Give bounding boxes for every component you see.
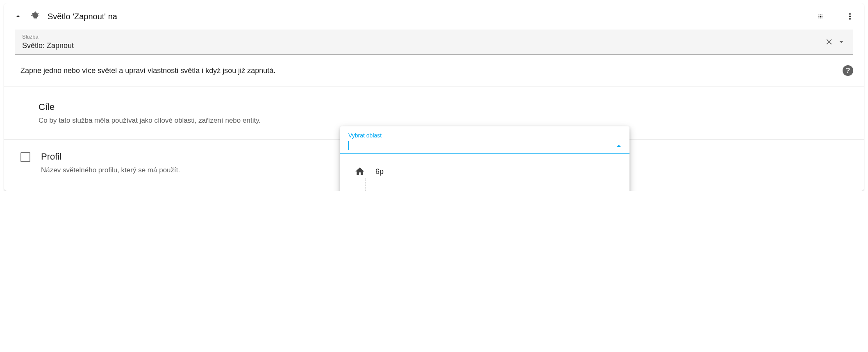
area-list: 6p Obývák Pracovna (340, 154, 629, 191)
service-value: Světlo: Zapnout (22, 41, 821, 50)
overflow-menu-icon[interactable] (845, 11, 855, 21)
collapse-icon[interactable] (13, 11, 23, 21)
service-selector[interactable]: Služba Světlo: Zapnout (15, 30, 853, 55)
targets-title: Cíle (39, 102, 334, 112)
area-item-label: 6p (375, 167, 384, 176)
card-header: Světlo 'Zapnout' na (4, 3, 864, 30)
collapse-dropdown-icon[interactable] (616, 145, 621, 147)
description-row: Zapne jedno nebo více světel a upraví vl… (4, 55, 864, 87)
service-text: Služba Světlo: Zapnout (22, 34, 821, 50)
help-icon[interactable]: ? (843, 65, 853, 76)
reorder-icon[interactable] (816, 11, 825, 21)
area-picker-label: Vybrat oblast (348, 132, 621, 139)
service-description: Zapne jedno nebo více světel a upraví vl… (20, 66, 843, 75)
service-label: Služba (22, 34, 821, 40)
profile-text: Profil Název světelného profilu, který s… (41, 151, 336, 174)
area-item-root[interactable]: 6p (340, 158, 629, 185)
lightbulb-icon (30, 11, 40, 21)
home-icon (354, 166, 366, 177)
clear-icon[interactable] (825, 37, 834, 46)
area-picker-input-wrap[interactable]: Vybrat oblast (340, 126, 629, 154)
profile-checkbox[interactable] (20, 152, 30, 162)
area-picker-input[interactable] (348, 141, 616, 151)
service-card: Světlo 'Zapnout' na Služba Světlo: Zapno… (4, 3, 864, 191)
area-picker-dropdown: Vybrat oblast 6p Obývák (340, 126, 629, 191)
area-item-child[interactable]: Obývák (340, 185, 629, 191)
profile-subtitle: Název světelného profilu, který se má po… (41, 166, 336, 174)
card-title: Světlo 'Zapnout' na (48, 12, 808, 21)
dropdown-icon[interactable] (837, 37, 846, 46)
targets-text: Cíle Co by tato služba měla používat jak… (39, 102, 334, 125)
text-caret (348, 141, 349, 150)
profile-title: Profil (41, 151, 336, 162)
targets-subtitle: Co by tato služba měla používat jako cíl… (39, 117, 334, 125)
tree-connector (365, 178, 376, 191)
